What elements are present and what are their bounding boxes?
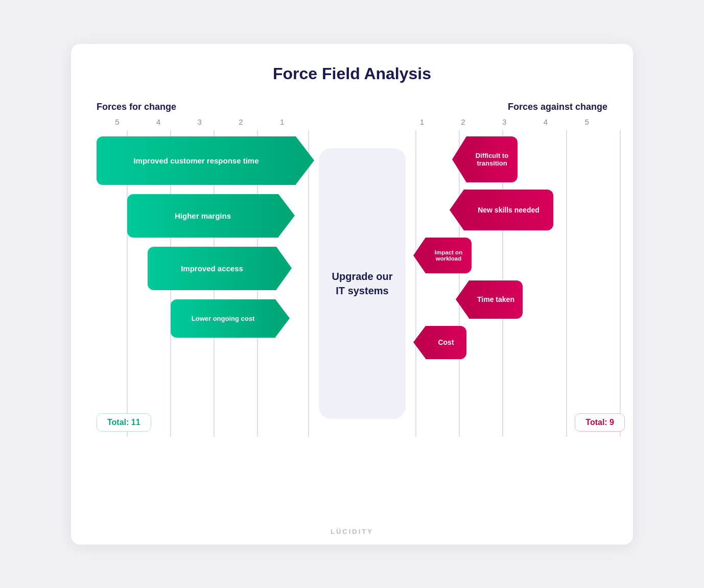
arrow-improved-customer: Improved customer response time bbox=[97, 136, 311, 185]
total-left-label: Total: 11 bbox=[107, 418, 140, 427]
scale-left-5: 5 bbox=[102, 117, 132, 126]
arrow-label-1: Improved customer response time bbox=[133, 156, 259, 165]
total-right-label: Total: 9 bbox=[585, 418, 614, 427]
arrow-time-taken: Time taken bbox=[413, 280, 523, 319]
page-title: Force Field Analysis bbox=[97, 64, 607, 83]
arrow-new-skills: New skills needed bbox=[413, 190, 553, 230]
right-section-header: Forces against change bbox=[508, 102, 607, 112]
scale-left-4: 4 bbox=[143, 117, 174, 126]
scale-right-3: 3 bbox=[489, 117, 520, 126]
center-box: Upgrade our IT systems bbox=[319, 148, 406, 419]
arrow-label-2: Higher margins bbox=[175, 211, 231, 220]
total-left-box: Total: 11 bbox=[97, 413, 151, 432]
arrow-impact-workload: Impact on workload bbox=[413, 238, 472, 273]
arrow-improved-access: Improved access bbox=[148, 247, 311, 290]
scale-right-5: 5 bbox=[572, 117, 602, 126]
main-card: Force Field Analysis Forces for change F… bbox=[71, 44, 633, 545]
watermark-text: LÜCIDITY bbox=[331, 528, 373, 535]
arrow-label-r2: New skills needed bbox=[478, 206, 539, 214]
center-panel: Upgrade our IT systems bbox=[316, 130, 408, 437]
arrow-difficult: Difficult to transition bbox=[413, 136, 518, 182]
arrow-higher-margins: Higher margins bbox=[127, 194, 311, 238]
arrow-lower-cost: Lower ongoing cost bbox=[171, 299, 311, 338]
section-headers: Forces for change Forces against change bbox=[97, 102, 607, 112]
total-right-box: Total: 9 bbox=[575, 413, 625, 432]
scale-right-4: 4 bbox=[530, 117, 561, 126]
arrow-label-r5: Cost bbox=[438, 338, 454, 346]
scale-left-2: 2 bbox=[225, 117, 256, 126]
arrow-cost: Cost bbox=[413, 326, 466, 359]
arrow-label-3: Improved access bbox=[181, 264, 243, 273]
left-section-header: Forces for change bbox=[97, 102, 176, 112]
scale-right-1: 1 bbox=[407, 117, 437, 126]
arrow-label-r4: Time taken bbox=[477, 295, 514, 303]
arrow-label-4: Lower ongoing cost bbox=[192, 315, 255, 322]
scale-left-3: 3 bbox=[184, 117, 215, 126]
center-label: Upgrade our IT systems bbox=[326, 269, 398, 298]
left-panel: Improved customer response time Higher m… bbox=[97, 130, 316, 437]
right-panel: Difficult to transition New skills neede… bbox=[408, 130, 625, 437]
arrow-label-r1: Difficult to transition bbox=[472, 152, 512, 167]
scale-right-2: 2 bbox=[448, 117, 479, 126]
scale-left-1: 1 bbox=[267, 117, 297, 126]
arrow-label-r3: Impact on workload bbox=[430, 249, 467, 262]
